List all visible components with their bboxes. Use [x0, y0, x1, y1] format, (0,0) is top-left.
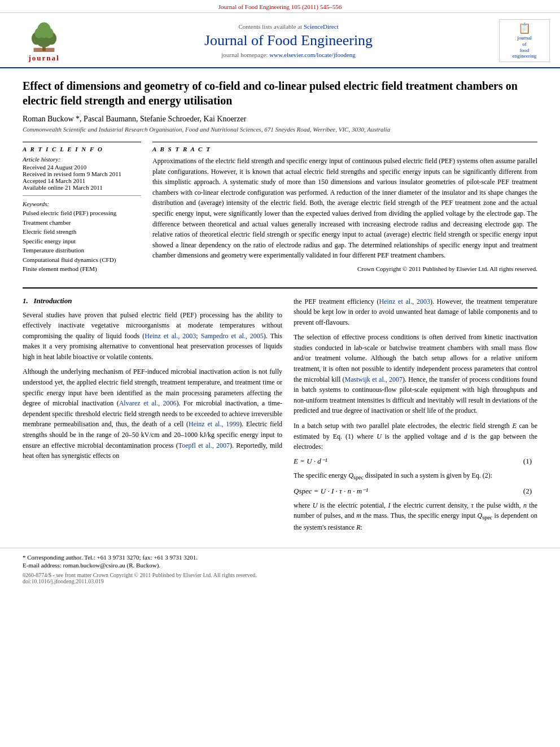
ref-toepfl2007[interactable]: Toepfl et al., 2007	[178, 442, 230, 449]
body-content: 1. Introduction Several studies have pro…	[23, 296, 537, 538]
page: Journal of Food Engineering 105 (2011) 5…	[0, 0, 560, 747]
svg-rect-7	[34, 48, 55, 52]
right-para-4: The specific energy Qspec dissipated in …	[294, 470, 537, 482]
ref-heinz1999[interactable]: Heinz et al., 1999	[189, 420, 239, 428]
ref-mastwijk2007[interactable]: Mastwijk et al., 2007	[345, 375, 403, 383]
article-info-col: A R T I C L E I N F O Article history: R…	[23, 142, 141, 278]
available-online-date: Available online 21 March 2011	[23, 184, 141, 191]
received-revised-date: Received in revised form 9 March 2011	[23, 171, 141, 177]
body-right-col: the PEF treatment efficiency (Heinz et a…	[294, 296, 537, 538]
svg-point-6	[45, 28, 54, 38]
body-divider	[23, 287, 537, 289]
journal-header-center: Contents lists available at ScienceDirec…	[78, 23, 499, 58]
equation-1-number: (1)	[523, 457, 532, 466]
intro-section-heading: 1. Introduction	[23, 296, 282, 305]
main-content: Effect of dimensions and geometry of co-…	[0, 68, 560, 548]
equation-2-formula: Qspec = U · I · τ · n · m⁻¹	[294, 487, 368, 496]
journal-top-bar: Journal of Food Engineering 105 (2011) 5…	[0, 0, 560, 13]
journal-citation: Journal of Food Engineering 105 (2011) 5…	[218, 3, 342, 10]
divider-1	[23, 195, 141, 196]
right-para-5: where U is the electric potential, I the…	[294, 500, 537, 533]
abstract-col: A B S T R A C T Approximations of the el…	[152, 142, 537, 278]
copyright-line: Crown Copyright © 2011 Published by Else…	[152, 265, 537, 272]
keyword-6: Computational fluid dynamics (CFD)	[23, 255, 141, 265]
corresponding-author-note: * Corresponding author. Tel.: +61 3 9731…	[23, 554, 537, 561]
history-label: Article history:	[23, 156, 141, 163]
ref-alvarez2006[interactable]: Alvarez et al., 2006	[119, 399, 177, 407]
sciencedirect-link[interactable]: ScienceDirect	[304, 23, 339, 30]
right-para-2: The selection of effective process condi…	[294, 332, 537, 416]
abstract-label: A B S T R A C T	[152, 146, 537, 152]
right-para-3: In a batch setup with two parallel plate…	[294, 421, 537, 452]
email-note: E-mail address: roman.buckow@csiro.au (R…	[23, 562, 537, 569]
equation-1-formula: E = U · d⁻¹	[294, 457, 327, 466]
ref-heinz2003[interactable]: Heinz et al., 2003	[145, 332, 196, 340]
intro-para-1: Several studies have proven that pulsed …	[23, 310, 282, 362]
elsevier-tree-icon	[27, 19, 61, 53]
journal-title-header: Journal of Food Engineering	[78, 32, 499, 49]
journal-icon: 📋	[503, 22, 546, 35]
intro-para-2: Although the underlying mechanism of PEF…	[23, 366, 282, 461]
elsevier-logo: journal	[10, 19, 78, 63]
journal-logo-box: 📋 journaloffoodengineering	[499, 19, 550, 63]
keyword-1: Pulsed electric field (PEF) processing	[23, 208, 141, 218]
keyword-4: Specific energy input	[23, 237, 141, 246]
keyword-7: Finite element method (FEM)	[23, 264, 141, 274]
accepted-date: Accepted 14 March 2011	[23, 177, 141, 184]
journal-homepage: journal homepage: www.elsevier.com/locat…	[78, 51, 499, 58]
article-history-group: Article history: Received 24 August 2010…	[23, 156, 141, 191]
keywords-group: Keywords: Pulsed electric field (PEF) pr…	[23, 200, 141, 274]
homepage-url[interactable]: www.elsevier.com/locate/jfoodeng	[269, 51, 356, 58]
contents-line: Contents lists available at ScienceDirec…	[78, 23, 499, 30]
elsevier-brand-text: journal	[28, 54, 59, 63]
body-left-col: 1. Introduction Several studies have pro…	[23, 296, 282, 538]
abstract-text: Approximations of the electric field str…	[152, 156, 537, 261]
doi-line: doi:10.1016/j.jfoodeng.2011.03.019	[23, 578, 537, 584]
journal-logo-right: 📋 journaloffoodengineering	[499, 19, 550, 63]
authors-text: Roman Buckow *, Pascal Baumann, Stefanie…	[23, 115, 246, 123]
right-para-1: the PEF treatment efficiency (Heinz et a…	[294, 296, 537, 328]
svg-point-5	[34, 28, 43, 38]
footer-copyright: 0260-8774/$ - see front matter Crown Cop…	[23, 572, 537, 578]
equation-1-line: E = U · d⁻¹ (1)	[294, 457, 537, 466]
keyword-3: Electric field strength	[23, 227, 141, 237]
keyword-5: Temperature distribution	[23, 246, 141, 255]
received-date: Received 24 August 2010	[23, 164, 141, 171]
ref-heinz2003b[interactable]: Heinz et al., 2003	[379, 298, 430, 305]
authors-line: Roman Buckow *, Pascal Baumann, Stefanie…	[23, 115, 537, 124]
keywords-label: Keywords:	[23, 200, 141, 207]
logo-text: journaloffoodengineering	[503, 35, 546, 59]
article-info-label: A R T I C L E I N F O	[23, 146, 141, 152]
header-area: journal Contents lists available at Scie…	[0, 13, 560, 68]
footer-area: * Corresponding author. Tel.: +61 3 9731…	[0, 548, 560, 589]
equation-2-number: (2)	[523, 487, 532, 496]
keyword-2: Treatment chamber	[23, 218, 141, 228]
article-info-abstract-section: A R T I C L E I N F O Article history: R…	[23, 142, 537, 278]
equation-2-line: Qspec = U · I · τ · n · m⁻¹ (2)	[294, 487, 537, 496]
keywords-list: Pulsed electric field (PEF) processing T…	[23, 208, 141, 274]
article-title: Effect of dimensions and geometry of co-…	[23, 78, 537, 108]
ref-sampedro2005[interactable]: Sampedro et al., 2005	[201, 332, 264, 340]
affiliation-text: Commonwealth Scientific and Industrial R…	[23, 126, 537, 133]
